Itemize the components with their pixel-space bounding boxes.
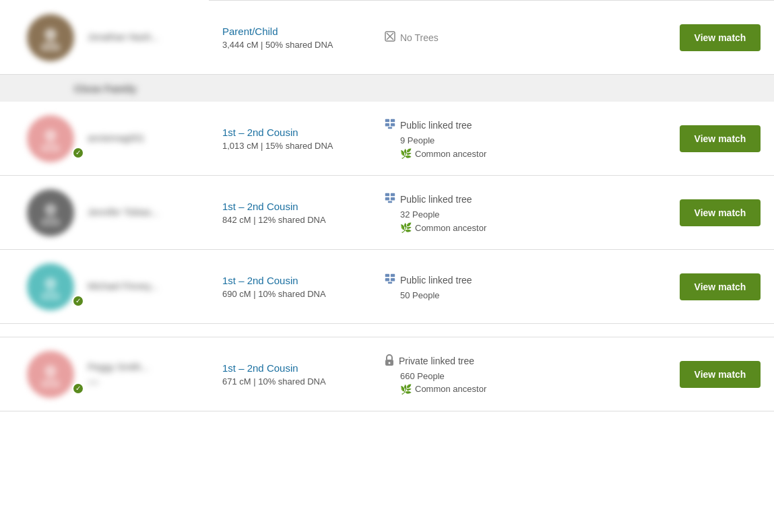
gap-divider (0, 324, 774, 337)
person-name: anniemag001 (88, 131, 222, 145)
view-match-button[interactable]: View match (680, 125, 761, 152)
badge-icon: ✓ (72, 383, 84, 395)
tree-people: 9 People (400, 135, 434, 145)
section-right-bg (209, 75, 774, 102)
tree-header: Public linked tree (384, 192, 472, 207)
svg-point-26 (44, 365, 57, 377)
svg-point-29 (389, 362, 391, 364)
tree-col: Private linked tree 660 People 🌿 Common … (384, 354, 680, 395)
avatar-col (13, 14, 88, 61)
svg-point-12 (44, 203, 57, 215)
leaf-icon: 🌿 (400, 148, 412, 159)
match-row: Jennifer Tobias... 1st – 2nd Cousin 842 … (0, 176, 774, 250)
avatar-image (27, 189, 74, 236)
view-match-button[interactable]: View match (680, 361, 761, 388)
tree-icon (384, 118, 396, 133)
tree-people: 32 People (400, 209, 440, 220)
common-ancestor: 🌿 Common ancestor (400, 384, 486, 395)
match-relation: 1st – 2nd Cousin (222, 201, 374, 212)
avatar-col: ✓ (13, 351, 88, 398)
svg-point-19 (44, 277, 57, 290)
svg-rect-25 (388, 282, 392, 284)
view-match-button[interactable]: View match (680, 199, 761, 226)
avatar (27, 115, 74, 162)
svg-point-6 (40, 142, 61, 152)
section-left-bg (0, 75, 74, 102)
tree-icon (384, 192, 396, 207)
match-dna: 842 cM | 12% shared DNA (222, 215, 374, 225)
tree-col: Public linked tree 9 People 🌿 Common anc… (384, 118, 680, 159)
avatar-image (27, 263, 74, 310)
svg-rect-8 (391, 119, 395, 123)
tree-info: Private linked tree 660 People 🌿 Common … (384, 354, 666, 395)
match-dna: 1,013 cM | 15% shared DNA (222, 141, 374, 151)
avatar (27, 14, 74, 61)
svg-rect-21 (385, 274, 389, 277)
match-info: Parent/Child 3,444 cM | 50% shared DNA (222, 26, 384, 50)
common-ancestor: 🌿 Common ancestor (400, 148, 486, 159)
tree-label: Public linked tree (400, 194, 472, 205)
svg-rect-17 (391, 197, 395, 201)
svg-rect-10 (391, 123, 395, 127)
tree-info: No Trees (384, 30, 666, 44)
person-name: Jennifer Tobias... (88, 205, 222, 220)
avatar (27, 189, 74, 236)
avatar-col (13, 189, 88, 236)
match-relation: 1st – 2nd Cousin (222, 275, 374, 286)
tree-header: Private linked tree (384, 354, 474, 368)
lock-icon (384, 354, 395, 368)
svg-rect-23 (385, 278, 389, 281)
svg-point-20 (40, 290, 61, 300)
section-label: Close Family (74, 83, 137, 94)
svg-rect-22 (391, 274, 395, 277)
leaf-icon: 🌿 (400, 384, 412, 395)
badge-icon: ✓ (72, 147, 84, 159)
svg-rect-18 (388, 201, 392, 203)
avatar-col: ✓ (13, 263, 88, 310)
view-match-button[interactable]: View match (680, 24, 761, 51)
match-row: ✓ Peggy Smith... xxx 1st – 2nd Cousin 67… (0, 337, 774, 411)
tree-header: Public linked tree (384, 118, 472, 133)
match-list: Jonathan Nash... Parent/Child 3,444 cM |… (0, 0, 774, 532)
svg-rect-14 (385, 193, 389, 197)
match-dna: 690 cM | 10% shared DNA (222, 289, 374, 299)
tree-col: No Trees (384, 30, 680, 44)
person-name: Jonathan Nash... (88, 30, 222, 44)
match-relation: Parent/Child (222, 26, 374, 37)
tree-info: Public linked tree 9 People 🌿 Common anc… (384, 118, 666, 159)
common-ancestor: 🌿 Common ancestor (400, 222, 486, 233)
svg-point-27 (40, 378, 61, 388)
svg-point-5 (44, 129, 57, 141)
match-row: ✓ anniemag001 1st – 2nd Cousin 1,013 cM … (0, 102, 774, 176)
person-subname: xxx (88, 378, 99, 386)
no-tree-icon (384, 30, 396, 44)
svg-rect-9 (385, 123, 389, 127)
tree-col: Public linked tree 50 People (384, 273, 680, 300)
person-name: Michael Finney... (88, 279, 222, 294)
badge-icon: ✓ (72, 295, 84, 307)
avatar-col: ✓ (13, 115, 88, 162)
match-info: 1st – 2nd Cousin 842 cM | 12% shared DNA (222, 201, 384, 225)
svg-rect-11 (388, 127, 392, 129)
match-relation: 1st – 2nd Cousin (222, 127, 374, 138)
leaf-icon: 🌿 (400, 222, 412, 233)
section-name-area: Close Family (74, 75, 209, 102)
svg-rect-24 (391, 278, 395, 281)
svg-point-13 (40, 216, 61, 226)
avatar (27, 263, 74, 310)
avatar-image (27, 14, 74, 61)
view-match-button[interactable]: View match (680, 273, 761, 300)
tree-people: 660 People (400, 371, 445, 381)
match-row: ✓ Michael Finney... 1st – 2nd Cousin 690… (0, 250, 774, 324)
tree-header: Public linked tree (384, 273, 472, 288)
avatar-image (27, 351, 74, 398)
match-dna: 671 cM | 10% shared DNA (222, 376, 374, 387)
tree-header: No Trees (384, 30, 439, 44)
svg-rect-16 (385, 197, 389, 201)
svg-rect-7 (385, 119, 389, 123)
tree-icon (384, 273, 396, 288)
match-info: 1st – 2nd Cousin 690 cM | 10% shared DNA (222, 275, 384, 299)
tree-info: Public linked tree 32 People 🌿 Common an… (384, 192, 666, 233)
tree-info: Public linked tree 50 People (384, 273, 666, 300)
section-divider: Close Family (0, 75, 774, 102)
